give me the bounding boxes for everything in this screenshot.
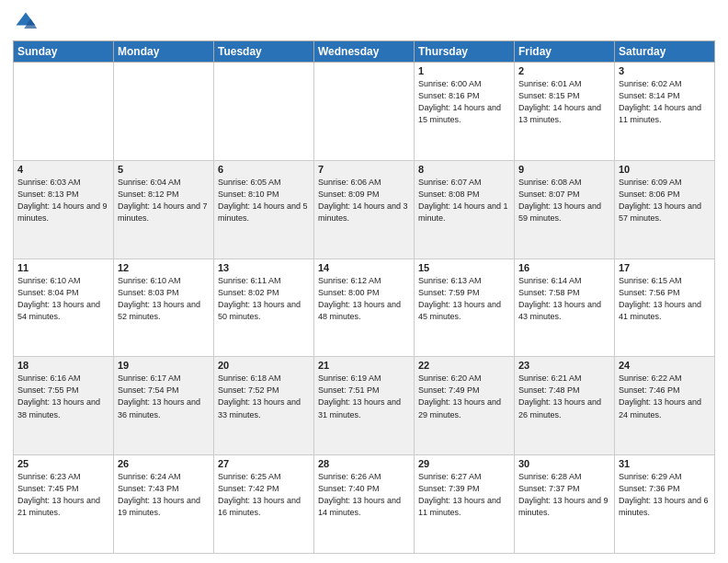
calendar-cell: 3Sunrise: 6:02 AM Sunset: 8:14 PM Daylig… bbox=[615, 63, 715, 161]
calendar-header-row: SundayMondayTuesdayWednesdayThursdayFrid… bbox=[14, 41, 715, 63]
day-info: Sunrise: 6:28 AM Sunset: 7:37 PM Dayligh… bbox=[518, 471, 610, 519]
calendar-cell bbox=[214, 63, 314, 161]
calendar-cell: 19Sunrise: 6:17 AM Sunset: 7:54 PM Dayli… bbox=[114, 357, 214, 455]
day-info: Sunrise: 6:10 AM Sunset: 8:04 PM Dayligh… bbox=[17, 275, 109, 323]
day-info: Sunrise: 6:16 AM Sunset: 7:55 PM Dayligh… bbox=[17, 373, 109, 420]
day-header-thursday: Thursday bbox=[415, 41, 515, 63]
day-header-saturday: Saturday bbox=[615, 41, 715, 63]
day-number: 6 bbox=[218, 164, 310, 175]
day-info: Sunrise: 6:27 AM Sunset: 7:39 PM Dayligh… bbox=[418, 471, 510, 519]
calendar-week-2: 4Sunrise: 6:03 AM Sunset: 8:13 PM Daylig… bbox=[14, 160, 715, 259]
calendar: SundayMondayTuesdayWednesdayThursdayFrid… bbox=[13, 40, 715, 554]
calendar-cell bbox=[314, 63, 415, 161]
day-info: Sunrise: 6:10 AM Sunset: 8:03 PM Dayligh… bbox=[118, 275, 210, 323]
day-number: 25 bbox=[17, 458, 109, 469]
calendar-cell: 21Sunrise: 6:19 AM Sunset: 7:51 PM Dayli… bbox=[314, 357, 415, 455]
calendar-cell: 20Sunrise: 6:18 AM Sunset: 7:52 PM Dayli… bbox=[214, 357, 314, 455]
day-info: Sunrise: 6:13 AM Sunset: 7:59 PM Dayligh… bbox=[418, 275, 510, 323]
day-header-monday: Monday bbox=[114, 41, 214, 63]
calendar-week-4: 18Sunrise: 6:16 AM Sunset: 7:55 PM Dayli… bbox=[14, 357, 715, 455]
day-number: 14 bbox=[318, 262, 410, 273]
calendar-cell: 11Sunrise: 6:10 AM Sunset: 8:04 PM Dayli… bbox=[14, 259, 114, 357]
calendar-cell: 17Sunrise: 6:15 AM Sunset: 7:56 PM Dayli… bbox=[615, 259, 715, 357]
day-info: Sunrise: 6:03 AM Sunset: 8:13 PM Dayligh… bbox=[17, 177, 109, 224]
day-info: Sunrise: 6:09 AM Sunset: 8:06 PM Dayligh… bbox=[619, 177, 711, 224]
day-number: 12 bbox=[118, 262, 210, 273]
day-number: 17 bbox=[619, 262, 711, 273]
logo bbox=[13, 9, 42, 35]
day-info: Sunrise: 6:00 AM Sunset: 8:16 PM Dayligh… bbox=[418, 78, 510, 126]
day-info: Sunrise: 6:20 AM Sunset: 7:49 PM Dayligh… bbox=[418, 373, 510, 420]
calendar-cell: 24Sunrise: 6:22 AM Sunset: 7:46 PM Dayli… bbox=[615, 357, 715, 455]
page: SundayMondayTuesdayWednesdayThursdayFrid… bbox=[0, 0, 728, 563]
day-info: Sunrise: 6:17 AM Sunset: 7:54 PM Dayligh… bbox=[118, 373, 210, 420]
day-info: Sunrise: 6:04 AM Sunset: 8:12 PM Dayligh… bbox=[118, 177, 210, 224]
day-header-friday: Friday bbox=[515, 41, 615, 63]
day-info: Sunrise: 6:24 AM Sunset: 7:43 PM Dayligh… bbox=[118, 471, 210, 519]
day-info: Sunrise: 6:29 AM Sunset: 7:36 PM Dayligh… bbox=[619, 471, 711, 519]
calendar-cell: 26Sunrise: 6:24 AM Sunset: 7:43 PM Dayli… bbox=[114, 455, 214, 554]
calendar-cell: 13Sunrise: 6:11 AM Sunset: 8:02 PM Dayli… bbox=[214, 259, 314, 357]
day-number: 30 bbox=[518, 458, 610, 469]
day-info: Sunrise: 6:02 AM Sunset: 8:14 PM Dayligh… bbox=[619, 78, 711, 126]
day-number: 10 bbox=[619, 164, 711, 175]
day-number: 24 bbox=[619, 360, 711, 371]
day-number: 16 bbox=[518, 262, 610, 273]
day-number: 23 bbox=[518, 360, 610, 371]
day-number: 22 bbox=[418, 360, 510, 371]
day-number: 4 bbox=[17, 164, 109, 175]
calendar-week-1: 1Sunrise: 6:00 AM Sunset: 8:16 PM Daylig… bbox=[14, 63, 715, 161]
day-number: 7 bbox=[318, 164, 410, 175]
day-info: Sunrise: 6:15 AM Sunset: 7:56 PM Dayligh… bbox=[619, 275, 711, 323]
calendar-cell: 7Sunrise: 6:06 AM Sunset: 8:09 PM Daylig… bbox=[314, 160, 415, 259]
calendar-cell: 25Sunrise: 6:23 AM Sunset: 7:45 PM Dayli… bbox=[14, 455, 114, 554]
calendar-cell: 4Sunrise: 6:03 AM Sunset: 8:13 PM Daylig… bbox=[14, 160, 114, 259]
day-number: 5 bbox=[118, 164, 210, 175]
day-number: 18 bbox=[17, 360, 109, 371]
day-number: 11 bbox=[17, 262, 109, 273]
day-info: Sunrise: 6:19 AM Sunset: 7:51 PM Dayligh… bbox=[318, 373, 410, 420]
calendar-cell: 10Sunrise: 6:09 AM Sunset: 8:06 PM Dayli… bbox=[615, 160, 715, 259]
day-info: Sunrise: 6:05 AM Sunset: 8:10 PM Dayligh… bbox=[218, 177, 310, 224]
calendar-cell: 16Sunrise: 6:14 AM Sunset: 7:58 PM Dayli… bbox=[515, 259, 615, 357]
calendar-cell bbox=[14, 63, 114, 161]
day-number: 13 bbox=[218, 262, 310, 273]
calendar-cell: 30Sunrise: 6:28 AM Sunset: 7:37 PM Dayli… bbox=[515, 455, 615, 554]
calendar-cell: 2Sunrise: 6:01 AM Sunset: 8:15 PM Daylig… bbox=[515, 63, 615, 161]
calendar-cell: 9Sunrise: 6:08 AM Sunset: 8:07 PM Daylig… bbox=[515, 160, 615, 259]
day-number: 19 bbox=[118, 360, 210, 371]
calendar-cell: 28Sunrise: 6:26 AM Sunset: 7:40 PM Dayli… bbox=[314, 455, 415, 554]
logo-icon bbox=[13, 9, 39, 35]
day-info: Sunrise: 6:08 AM Sunset: 8:07 PM Dayligh… bbox=[518, 177, 610, 224]
calendar-cell: 27Sunrise: 6:25 AM Sunset: 7:42 PM Dayli… bbox=[214, 455, 314, 554]
day-info: Sunrise: 6:23 AM Sunset: 7:45 PM Dayligh… bbox=[17, 471, 109, 519]
day-number: 31 bbox=[619, 458, 711, 469]
calendar-cell bbox=[114, 63, 214, 161]
calendar-cell: 1Sunrise: 6:00 AM Sunset: 8:16 PM Daylig… bbox=[415, 63, 515, 161]
day-number: 29 bbox=[418, 458, 510, 469]
day-info: Sunrise: 6:21 AM Sunset: 7:48 PM Dayligh… bbox=[518, 373, 610, 420]
day-number: 15 bbox=[418, 262, 510, 273]
day-number: 21 bbox=[318, 360, 410, 371]
calendar-cell: 22Sunrise: 6:20 AM Sunset: 7:49 PM Dayli… bbox=[415, 357, 515, 455]
calendar-cell: 8Sunrise: 6:07 AM Sunset: 8:08 PM Daylig… bbox=[415, 160, 515, 259]
day-info: Sunrise: 6:11 AM Sunset: 8:02 PM Dayligh… bbox=[218, 275, 310, 323]
header bbox=[13, 9, 715, 35]
calendar-week-3: 11Sunrise: 6:10 AM Sunset: 8:04 PM Dayli… bbox=[14, 259, 715, 357]
day-info: Sunrise: 6:06 AM Sunset: 8:09 PM Dayligh… bbox=[318, 177, 410, 224]
day-header-tuesday: Tuesday bbox=[214, 41, 314, 63]
day-number: 27 bbox=[218, 458, 310, 469]
calendar-cell: 31Sunrise: 6:29 AM Sunset: 7:36 PM Dayli… bbox=[615, 455, 715, 554]
day-info: Sunrise: 6:18 AM Sunset: 7:52 PM Dayligh… bbox=[218, 373, 310, 420]
calendar-cell: 29Sunrise: 6:27 AM Sunset: 7:39 PM Dayli… bbox=[415, 455, 515, 554]
day-info: Sunrise: 6:01 AM Sunset: 8:15 PM Dayligh… bbox=[518, 78, 610, 126]
day-info: Sunrise: 6:25 AM Sunset: 7:42 PM Dayligh… bbox=[218, 471, 310, 519]
day-info: Sunrise: 6:12 AM Sunset: 8:00 PM Dayligh… bbox=[318, 275, 410, 323]
day-number: 2 bbox=[518, 65, 610, 76]
calendar-cell: 15Sunrise: 6:13 AM Sunset: 7:59 PM Dayli… bbox=[415, 259, 515, 357]
calendar-week-5: 25Sunrise: 6:23 AM Sunset: 7:45 PM Dayli… bbox=[14, 455, 715, 554]
day-header-wednesday: Wednesday bbox=[314, 41, 415, 63]
calendar-cell: 18Sunrise: 6:16 AM Sunset: 7:55 PM Dayli… bbox=[14, 357, 114, 455]
day-number: 1 bbox=[418, 65, 510, 76]
calendar-cell: 12Sunrise: 6:10 AM Sunset: 8:03 PM Dayli… bbox=[114, 259, 214, 357]
